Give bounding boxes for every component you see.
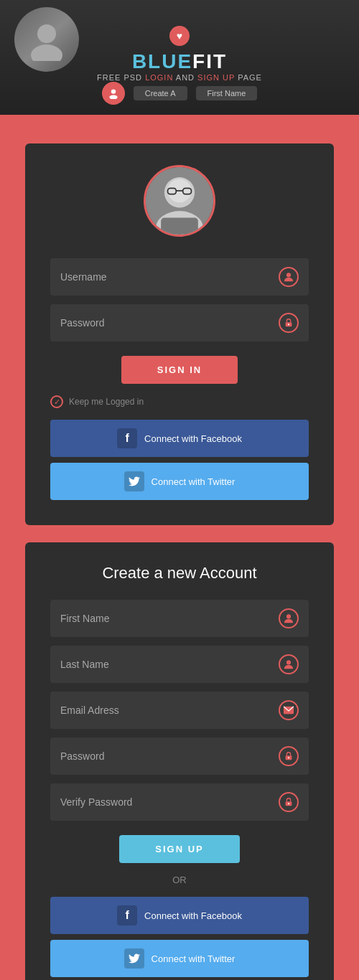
brand-blue: BLUE	[132, 50, 192, 72]
header-bottom-row: Create A First Name	[0, 82, 359, 105]
username-label: Username	[60, 271, 107, 283]
svg-point-1	[31, 44, 62, 61]
signup-title: Create a new Account	[102, 564, 256, 583]
svg-point-16	[286, 660, 291, 664]
signup-card: Create a new Account First Name Last Nam…	[25, 542, 334, 980]
svg-point-19	[288, 757, 289, 758]
twitter-login-label: Connect with Twitter	[151, 476, 236, 487]
keep-logged-label: Keep me Logged in	[69, 397, 144, 407]
email-label: Email Adress	[60, 705, 119, 716]
password-field[interactable]: Password	[50, 304, 309, 341]
facebook-signup-button[interactable]: f Connect with Facebook	[50, 897, 309, 934]
email-field[interactable]: Email Adress	[50, 692, 309, 729]
lastname-user-icon	[279, 654, 299, 674]
twitter-signup-button[interactable]: Connect with Twitter	[50, 940, 309, 977]
svg-point-0	[37, 24, 56, 43]
header: BLUEFIT FREE PSD LOGIN AND SIGN UP PAGE …	[0, 0, 359, 115]
svg-rect-7	[161, 218, 198, 235]
signup-password-field[interactable]: Password	[50, 738, 309, 775]
header-avatar-left	[14, 7, 79, 72]
signup-password-label: Password	[60, 750, 104, 762]
profile-avatar	[144, 165, 215, 237]
header-center: BLUEFIT FREE PSD LOGIN AND SIGN UP PAGE	[97, 26, 262, 82]
svg-point-15	[286, 614, 291, 618]
brand-title: BLUEFIT	[132, 50, 227, 73]
email-icon	[279, 700, 299, 720]
facebook-icon: f	[117, 428, 137, 448]
header-small-avatar	[102, 82, 125, 105]
keep-logged-checkbox[interactable]	[50, 395, 63, 408]
twitter-icon	[124, 471, 144, 491]
svg-point-21	[288, 803, 289, 804]
facebook-login-label: Connect with Facebook	[144, 433, 242, 444]
login-card: Username Password SIGN IN	[25, 143, 334, 525]
svg-point-12	[286, 273, 291, 277]
facebook-signup-label: Connect with Facebook	[144, 910, 242, 921]
password-label: Password	[60, 317, 104, 329]
firstname-field[interactable]: First Name	[50, 600, 309, 637]
signin-button[interactable]: SIGN IN	[121, 356, 238, 384]
header-tab-1: Create A	[134, 86, 187, 100]
facebook-login-button[interactable]: f Connect with Facebook	[50, 420, 309, 457]
user-icon	[279, 267, 299, 287]
heart-icon	[169, 26, 190, 46]
profile-avatar-inner	[146, 167, 213, 235]
firstname-label: First Name	[60, 613, 109, 624]
header-tab-2: First Name	[196, 86, 258, 100]
avatar-placeholder	[14, 7, 79, 72]
svg-point-2	[111, 89, 116, 93]
firstname-user-icon	[279, 608, 299, 628]
signup-lock-icon	[279, 746, 299, 766]
verify-lock-icon	[279, 792, 299, 812]
lock-icon	[279, 313, 299, 333]
or-text: OR	[172, 875, 187, 885]
twitter-login-button[interactable]: Connect with Twitter	[50, 463, 309, 500]
brand-subtitle: FREE PSD LOGIN AND SIGN UP PAGE	[97, 73, 262, 82]
facebook-signup-icon: f	[117, 905, 137, 925]
brand-white: FIT	[192, 50, 227, 72]
signup-button[interactable]: SIGN UP	[119, 835, 239, 863]
twitter-signup-icon	[124, 948, 144, 969]
verify-password-field[interactable]: Verify Password	[50, 783, 309, 821]
svg-point-14	[288, 324, 289, 325]
keep-logged-row: Keep me Logged in	[50, 395, 309, 408]
twitter-signup-label: Connect with Twitter	[151, 953, 236, 964]
lastname-field[interactable]: Last Name	[50, 646, 309, 683]
main-content: Username Password SIGN IN	[0, 115, 359, 980]
svg-point-3	[109, 95, 117, 99]
verify-password-label: Verify Password	[60, 796, 132, 808]
username-field[interactable]: Username	[50, 258, 309, 296]
lastname-label: Last Name	[60, 659, 109, 670]
